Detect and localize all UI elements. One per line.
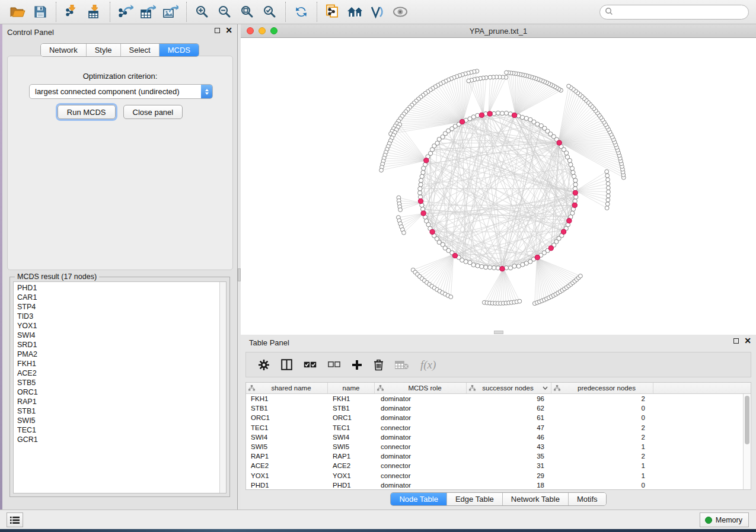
import-table-icon[interactable] xyxy=(83,2,106,21)
table-cell[interactable]: dominator xyxy=(375,434,467,441)
table-cell[interactable]: SWI5 xyxy=(328,443,375,450)
table-cell[interactable]: 2 xyxy=(551,434,653,441)
table-cell[interactable]: dominator xyxy=(375,395,467,402)
table-cell[interactable]: ORC1 xyxy=(328,414,375,421)
show-columns-icon[interactable] xyxy=(281,356,292,374)
close-panel-button[interactable]: Close panel xyxy=(123,105,183,119)
node-table-header[interactable]: shared namenameMCDS rolesuccessor nodesp… xyxy=(246,383,751,394)
table-cell[interactable]: 1 xyxy=(551,472,653,479)
table-cell[interactable]: dominator xyxy=(375,405,467,412)
mcds-result-item[interactable]: CAR1 xyxy=(14,293,219,302)
table-cell[interactable]: 61 xyxy=(467,414,551,421)
table-row[interactable]: PHD1PHD1dominator180 xyxy=(246,480,743,489)
table-cell[interactable]: 0 xyxy=(551,405,653,412)
tab-network[interactable]: Network xyxy=(41,44,86,56)
table-cell[interactable]: connector xyxy=(375,462,467,469)
table-cell[interactable]: 35 xyxy=(467,453,551,460)
table-cell[interactable]: connector xyxy=(375,424,467,431)
tab-edge-table[interactable]: Edge Table xyxy=(446,493,502,505)
tab-mcds[interactable]: MCDS xyxy=(159,44,199,56)
node-table-body[interactable]: FKH1FKH1dominator962STB1STB1dominator620… xyxy=(246,394,743,489)
tab-style[interactable]: Style xyxy=(86,44,120,56)
add-row-icon[interactable] xyxy=(352,356,362,374)
table-cell[interactable]: dominator xyxy=(375,414,467,421)
table-cell[interactable]: connector xyxy=(375,472,467,479)
table-cell[interactable]: 0 xyxy=(551,414,653,421)
zoom-fit-icon[interactable] xyxy=(236,2,259,21)
table-cell[interactable]: 1 xyxy=(551,462,653,469)
scrollbar-thumb[interactable] xyxy=(745,396,749,444)
column-header-name[interactable]: name xyxy=(328,383,375,393)
table-cell[interactable]: PHD1 xyxy=(328,482,375,489)
mcds-result-item[interactable]: ORC1 xyxy=(14,387,219,397)
close-panel-icon[interactable]: ✕ xyxy=(744,338,751,344)
table-row[interactable]: ORC1ORC1dominator610 xyxy=(246,413,743,422)
tab-node-table[interactable]: Node Table xyxy=(391,493,446,505)
table-cell[interactable]: ACE2 xyxy=(328,462,375,469)
table-cell[interactable]: STB1 xyxy=(328,405,375,412)
table-cell[interactable]: SWI4 xyxy=(246,434,328,441)
table-cell[interactable]: RAP1 xyxy=(246,453,328,460)
table-cell[interactable]: TEC1 xyxy=(246,424,328,431)
table-cell[interactable]: 47 xyxy=(467,424,551,431)
table-cell[interactable]: SWI5 xyxy=(246,443,328,450)
deselect-all-icon[interactable] xyxy=(328,356,340,374)
table-cell[interactable]: 46 xyxy=(467,434,551,441)
table-row[interactable]: FKH1FKH1dominator962 xyxy=(246,394,743,403)
table-cell[interactable]: STB1 xyxy=(246,405,328,412)
share-network-document-icon[interactable] xyxy=(321,2,344,21)
select-all-icon[interactable] xyxy=(304,356,317,374)
table-cell[interactable]: 2 xyxy=(551,395,653,402)
mcds-result-item[interactable]: TEC1 xyxy=(14,425,219,435)
refresh-network-icon[interactable] xyxy=(290,2,312,21)
column-header-predecessor-nodes[interactable]: predecessor nodes xyxy=(551,383,653,393)
table-row[interactable]: RAP1RAP1dominator352 xyxy=(246,451,743,461)
tab-select[interactable]: Select xyxy=(120,44,159,56)
zoom-in-icon[interactable] xyxy=(191,2,213,21)
search-input[interactable] xyxy=(613,7,748,18)
zoom-selected-icon[interactable] xyxy=(259,2,281,21)
table-row[interactable]: SWI5SWI5connector431 xyxy=(246,442,743,451)
float-window-icon[interactable] xyxy=(733,338,739,344)
export-image-icon[interactable] xyxy=(160,2,182,21)
toggle-bird-eye-view-icon[interactable] xyxy=(389,2,412,21)
tab-motifs[interactable]: Motifs xyxy=(568,493,606,505)
mcds-result-item[interactable]: RAP1 xyxy=(14,397,219,406)
column-header-successor-nodes[interactable]: successor nodes xyxy=(467,383,551,393)
export-network-icon[interactable] xyxy=(114,2,137,21)
splitter-grip[interactable] xyxy=(494,331,503,334)
open-file-icon[interactable] xyxy=(7,2,29,21)
table-cell[interactable]: 43 xyxy=(467,443,551,450)
delete-row-icon[interactable] xyxy=(374,356,384,374)
mcds-result-item[interactable]: SWI5 xyxy=(14,416,219,425)
column-header-MCDS-role[interactable]: MCDS role xyxy=(375,383,467,393)
mcds-result-item[interactable]: PMA2 xyxy=(14,350,219,359)
table-cell[interactable]: dominator xyxy=(375,453,467,460)
mcds-list-scrollbar[interactable] xyxy=(219,282,226,493)
table-cell[interactable]: YOX1 xyxy=(328,472,375,479)
table-row[interactable]: TEC1TEC1connector472 xyxy=(246,423,743,432)
mcds-result-item[interactable]: SWI4 xyxy=(14,331,219,340)
zoom-out-icon[interactable] xyxy=(213,2,236,21)
table-cell[interactable]: 1 xyxy=(551,443,653,450)
float-window-icon[interactable] xyxy=(215,28,220,33)
node-table[interactable]: shared namenameMCDS rolesuccessor nodesp… xyxy=(245,382,751,490)
table-row[interactable]: SWI4SWI4dominator462 xyxy=(246,432,743,442)
table-row[interactable]: ACE2ACE2connector311 xyxy=(246,461,743,470)
close-panel-icon[interactable]: ✕ xyxy=(225,27,232,33)
mcds-result-item[interactable]: STP4 xyxy=(14,302,219,312)
table-cell[interactable]: YOX1 xyxy=(246,472,328,479)
tab-network-table[interactable]: Network Table xyxy=(502,493,568,505)
table-cell[interactable]: connector xyxy=(375,443,467,450)
table-scrollbar[interactable] xyxy=(743,394,751,489)
toggle-graphics-details-icon[interactable] xyxy=(366,2,389,21)
table-cell[interactable]: 29 xyxy=(467,472,551,479)
search-box[interactable] xyxy=(599,5,749,20)
table-cell[interactable]: 2 xyxy=(551,424,653,431)
table-cell[interactable]: FKH1 xyxy=(328,395,375,402)
network-window-titlebar[interactable]: YPA_prune.txt_1 xyxy=(241,24,756,38)
mcds-result-item[interactable]: STB1 xyxy=(14,406,219,416)
table-row[interactable]: STB1STB1dominator620 xyxy=(246,403,743,413)
mcds-result-item[interactable]: YOX1 xyxy=(14,321,219,331)
import-network-icon[interactable] xyxy=(60,2,83,21)
